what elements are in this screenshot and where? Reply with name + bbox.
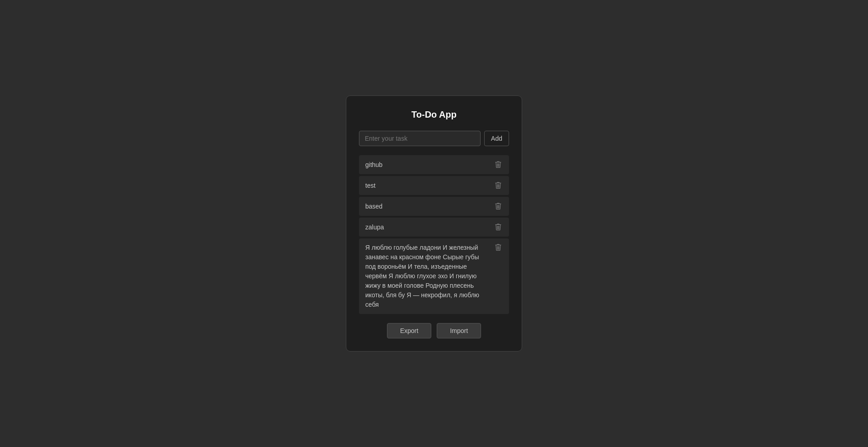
task-item: based <box>359 197 509 216</box>
delete-task-button[interactable] <box>494 202 503 211</box>
task-item: zalupa <box>359 218 509 237</box>
app-title: To-Do App <box>359 109 509 120</box>
task-item: test <box>359 176 509 195</box>
delete-task-button[interactable] <box>494 160 503 169</box>
delete-task-button[interactable] <box>494 243 503 252</box>
import-button[interactable]: Import <box>437 323 481 338</box>
task-text: test <box>365 181 489 190</box>
trash-icon <box>495 182 502 189</box>
todo-modal: To-Do App Add github test based zalupa Я… <box>346 95 522 352</box>
add-button[interactable]: Add <box>484 131 509 146</box>
task-input-row: Add <box>359 131 509 146</box>
task-list: github test based zalupa Я люблю голубые… <box>359 155 509 314</box>
delete-task-button[interactable] <box>494 181 503 190</box>
export-button[interactable]: Export <box>387 323 431 338</box>
trash-icon <box>495 203 502 210</box>
task-text: Я люблю голубые ладони И железный занаве… <box>365 243 489 309</box>
trash-icon <box>495 244 502 251</box>
delete-task-button[interactable] <box>494 223 503 232</box>
task-item: Я люблю голубые ладони И железный занаве… <box>359 238 509 314</box>
trash-icon <box>495 161 502 168</box>
task-text: zalupa <box>365 223 489 232</box>
trash-icon <box>495 224 502 231</box>
task-text: github <box>365 160 489 170</box>
task-item: github <box>359 155 509 174</box>
footer-buttons: Export Import <box>359 323 509 338</box>
task-text: based <box>365 202 489 211</box>
task-input[interactable] <box>359 131 481 146</box>
